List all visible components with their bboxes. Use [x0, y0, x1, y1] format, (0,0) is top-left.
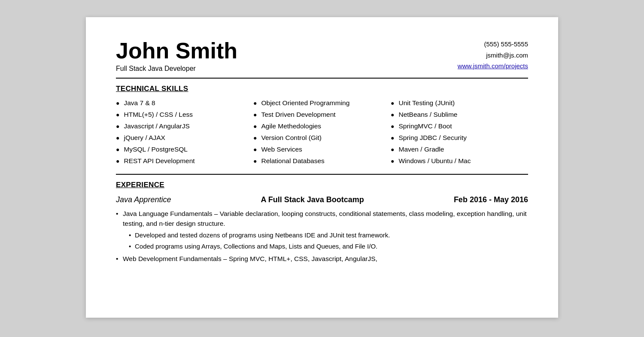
skill-item: Java 7 & 8 [116, 99, 253, 107]
name-block: John Smith Full Stack Java Developer [116, 39, 237, 73]
skill-item: Spring JDBC / Security [391, 134, 528, 142]
skill-item: Relational Databases [253, 157, 391, 165]
skill-item: Maven / Gradle [391, 146, 528, 153]
header-section: John Smith Full Stack Java Developer (55… [116, 39, 528, 73]
header-divider [116, 78, 528, 79]
job-header-row: Java Apprentice A Full Stack Java Bootca… [116, 195, 528, 204]
resume-page: John Smith Full Stack Java Developer (55… [86, 17, 558, 318]
skills-col-1: Java 7 & 8 HTML(+5) / CSS / Less Javascr… [116, 99, 253, 169]
job-bullets: Java Language Fundamentals – Variable de… [116, 209, 528, 252]
skill-item: Test Driven Development [253, 111, 391, 118]
sub-bullet-list: Developed and tested dozens of programs … [123, 231, 528, 252]
skill-item: REST API Development [116, 157, 253, 165]
contact-block: (555) 555-5555 jsmith@js.com www.jsmith.… [458, 39, 528, 72]
experience-section-title: EXPERIENCE [116, 181, 528, 189]
skill-item: HTML(+5) / CSS / Less [116, 111, 253, 118]
applicant-name: John Smith [116, 39, 237, 63]
applicant-title: Full Stack Java Developer [116, 65, 237, 73]
skill-item: Agile Methedologies [253, 122, 391, 130]
skill-item: MySQL / PostgreSQL [116, 146, 253, 153]
bullet-item: Java Language Fundamentals – Variable de… [116, 209, 528, 252]
skill-item: Unit Testing (JUnit) [391, 99, 528, 107]
skills-divider [116, 174, 528, 175]
email: jsmith@js.com [458, 50, 528, 61]
job-title: Java Apprentice [116, 195, 171, 204]
website-link[interactable]: www.jsmith.com/projects [458, 62, 528, 70]
phone: (555) 555-5555 [458, 39, 528, 50]
skill-item: NetBeans / Sublime [391, 111, 528, 118]
skills-section: TECHNICAL SKILLS Java 7 & 8 HTML(+5) / C… [116, 85, 528, 169]
sub-bullet-item: Developed and tested dozens of programs … [123, 231, 528, 240]
skills-col-2: Object Oriented Programming Test Driven … [253, 99, 391, 169]
skills-col-3: Unit Testing (JUnit) NetBeans / Sublime … [391, 99, 528, 169]
skill-item: Windows / Ubuntu / Mac [391, 157, 528, 165]
job-dates: Feb 2016 - May 2016 [454, 195, 528, 204]
partial-bullet: Web Development Fundamentals – Spring MV… [116, 254, 528, 264]
skill-item: SpringMVC / Boot [391, 122, 528, 130]
skill-item: Version Control (Git) [253, 134, 391, 142]
sub-bullet-item: Coded programs using Arrays, Collections… [123, 242, 528, 252]
skills-grid: Java 7 & 8 HTML(+5) / CSS / Less Javascr… [116, 99, 528, 169]
skill-item: Web Services [253, 146, 391, 153]
skills-section-title: TECHNICAL SKILLS [116, 85, 528, 93]
company-name: A Full Stack Java Bootcamp [261, 195, 364, 204]
experience-section: EXPERIENCE Java Apprentice A Full Stack … [116, 181, 528, 264]
skill-item: jQuery / AJAX [116, 134, 253, 142]
skill-item: Javascript / AngularJS [116, 122, 253, 130]
skill-item: Object Oriented Programming [253, 99, 391, 107]
